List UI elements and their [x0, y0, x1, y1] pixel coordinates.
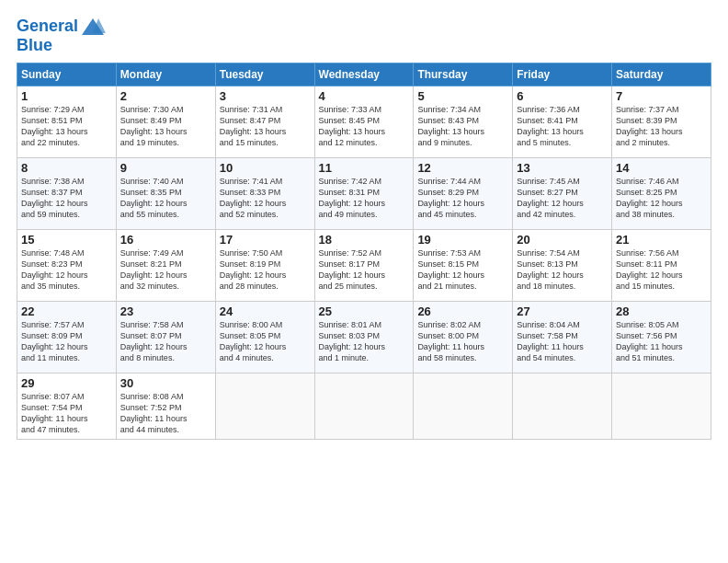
cell-info: Sunrise: 7:31 AMSunset: 8:47 PMDaylight:… — [220, 104, 311, 149]
day-number: 6 — [517, 89, 608, 103]
calendar-cell: 8Sunrise: 7:38 AMSunset: 8:37 PMDaylight… — [17, 157, 117, 229]
day-number: 1 — [21, 89, 112, 103]
logo-blue: Blue — [17, 37, 108, 55]
day-number: 15 — [21, 233, 112, 247]
calendar-cell: 4Sunrise: 7:33 AMSunset: 8:45 PMDaylight… — [314, 86, 414, 157]
day-number: 8 — [21, 161, 112, 175]
cell-info: Sunrise: 7:56 AMSunset: 8:11 PMDaylight:… — [616, 247, 707, 293]
cell-info: Sunrise: 7:36 AMSunset: 8:41 PMDaylight:… — [517, 104, 608, 149]
col-header-tuesday: Tuesday — [215, 63, 314, 86]
cell-info: Sunrise: 7:53 AMSunset: 8:15 PMDaylight:… — [417, 247, 508, 293]
col-header-thursday: Thursday — [414, 63, 513, 86]
calendar-cell: 17Sunrise: 7:50 AMSunset: 8:19 PMDayligh… — [215, 229, 314, 301]
day-number: 25 — [319, 304, 410, 318]
calendar-cell: 16Sunrise: 7:49 AMSunset: 8:21 PMDayligh… — [116, 229, 215, 301]
cell-info: Sunrise: 7:49 AMSunset: 8:21 PMDaylight:… — [120, 247, 211, 293]
calendar-cell: 1Sunrise: 7:29 AMSunset: 8:51 PMDaylight… — [17, 86, 117, 157]
calendar-cell: 2Sunrise: 7:30 AMSunset: 8:49 PMDaylight… — [116, 86, 215, 157]
cell-info: Sunrise: 7:46 AMSunset: 8:25 PMDaylight:… — [616, 176, 707, 221]
day-number: 5 — [417, 89, 508, 103]
cell-info: Sunrise: 8:05 AMSunset: 7:56 PMDaylight:… — [616, 319, 707, 364]
calendar-cell — [414, 373, 513, 439]
cell-info: Sunrise: 7:57 AMSunset: 8:09 PMDaylight:… — [21, 319, 112, 364]
day-number: 21 — [616, 233, 707, 247]
calendar-cell: 24Sunrise: 8:00 AMSunset: 8:05 PMDayligh… — [215, 301, 314, 373]
col-header-wednesday: Wednesday — [314, 63, 414, 86]
col-header-saturday: Saturday — [612, 63, 711, 86]
cell-info: Sunrise: 8:08 AMSunset: 7:52 PMDaylight:… — [120, 391, 211, 436]
calendar-cell: 6Sunrise: 7:36 AMSunset: 8:41 PMDaylight… — [513, 86, 612, 157]
calendar-cell — [215, 373, 314, 439]
cell-info: Sunrise: 7:45 AMSunset: 8:27 PMDaylight:… — [517, 176, 608, 221]
day-number: 7 — [616, 89, 707, 103]
calendar-cell: 26Sunrise: 8:02 AMSunset: 8:00 PMDayligh… — [414, 301, 513, 373]
col-header-monday: Monday — [116, 63, 215, 86]
day-number: 17 — [220, 233, 311, 247]
cell-info: Sunrise: 8:07 AMSunset: 7:54 PMDaylight:… — [21, 391, 112, 436]
day-number: 23 — [120, 304, 211, 318]
logo-text: General — [17, 17, 78, 36]
day-number: 27 — [517, 304, 608, 318]
day-number: 29 — [21, 376, 112, 390]
cell-info: Sunrise: 7:34 AMSunset: 8:43 PMDaylight:… — [417, 104, 508, 149]
calendar-cell: 30Sunrise: 8:08 AMSunset: 7:52 PMDayligh… — [116, 373, 215, 439]
cell-info: Sunrise: 8:01 AMSunset: 8:03 PMDaylight:… — [319, 319, 410, 364]
cell-info: Sunrise: 7:58 AMSunset: 8:07 PMDaylight:… — [120, 319, 211, 364]
calendar-cell: 11Sunrise: 7:42 AMSunset: 8:31 PMDayligh… — [314, 157, 414, 229]
day-number: 24 — [220, 304, 311, 318]
calendar-cell: 15Sunrise: 7:48 AMSunset: 8:23 PMDayligh… — [17, 229, 117, 301]
cell-info: Sunrise: 7:37 AMSunset: 8:39 PMDaylight:… — [616, 104, 707, 149]
header-row: SundayMondayTuesdayWednesdayThursdayFrid… — [17, 63, 711, 86]
day-number: 28 — [616, 304, 707, 318]
day-number: 22 — [21, 304, 112, 318]
day-number: 4 — [319, 89, 410, 103]
calendar-cell — [513, 373, 612, 439]
calendar-cell: 10Sunrise: 7:41 AMSunset: 8:33 PMDayligh… — [215, 157, 314, 229]
col-header-friday: Friday — [513, 63, 612, 86]
cell-info: Sunrise: 8:02 AMSunset: 8:00 PMDaylight:… — [417, 319, 508, 364]
calendar-cell: 13Sunrise: 7:45 AMSunset: 8:27 PMDayligh… — [513, 157, 612, 229]
calendar-cell: 12Sunrise: 7:44 AMSunset: 8:29 PMDayligh… — [414, 157, 513, 229]
calendar-cell: 28Sunrise: 8:05 AMSunset: 7:56 PMDayligh… — [612, 301, 711, 373]
header: General Blue — [17, 17, 711, 55]
day-number: 20 — [517, 233, 608, 247]
cell-info: Sunrise: 7:33 AMSunset: 8:45 PMDaylight:… — [319, 104, 410, 149]
calendar-cell: 14Sunrise: 7:46 AMSunset: 8:25 PMDayligh… — [612, 157, 711, 229]
cell-info: Sunrise: 8:04 AMSunset: 7:58 PMDaylight:… — [517, 319, 608, 364]
day-number: 13 — [517, 161, 608, 175]
day-number: 18 — [319, 233, 410, 247]
calendar-cell — [612, 373, 711, 439]
day-number: 2 — [120, 89, 211, 103]
logo: General Blue — [17, 17, 108, 55]
cell-info: Sunrise: 7:54 AMSunset: 8:13 PMDaylight:… — [517, 247, 608, 293]
calendar-cell: 22Sunrise: 7:57 AMSunset: 8:09 PMDayligh… — [17, 301, 117, 373]
cell-info: Sunrise: 7:30 AMSunset: 8:49 PMDaylight:… — [120, 104, 211, 149]
cell-info: Sunrise: 7:48 AMSunset: 8:23 PMDaylight:… — [21, 247, 112, 293]
day-number: 12 — [417, 161, 508, 175]
cell-info: Sunrise: 7:38 AMSunset: 8:37 PMDaylight:… — [21, 176, 112, 221]
day-number: 14 — [616, 161, 707, 175]
day-number: 3 — [220, 89, 311, 103]
day-number: 26 — [417, 304, 508, 318]
day-number: 11 — [319, 161, 410, 175]
cell-info: Sunrise: 7:52 AMSunset: 8:17 PMDaylight:… — [319, 247, 410, 293]
calendar-cell: 27Sunrise: 8:04 AMSunset: 7:58 PMDayligh… — [513, 301, 612, 373]
col-header-sunday: Sunday — [17, 63, 117, 86]
cell-info: Sunrise: 8:00 AMSunset: 8:05 PMDaylight:… — [220, 319, 311, 364]
day-number: 10 — [220, 161, 311, 175]
day-number: 9 — [120, 161, 211, 175]
logo-icon — [80, 17, 106, 37]
cell-info: Sunrise: 7:40 AMSunset: 8:35 PMDaylight:… — [120, 176, 211, 221]
cell-info: Sunrise: 7:29 AMSunset: 8:51 PMDaylight:… — [21, 104, 112, 149]
cell-info: Sunrise: 7:42 AMSunset: 8:31 PMDaylight:… — [319, 176, 410, 221]
calendar-cell: 25Sunrise: 8:01 AMSunset: 8:03 PMDayligh… — [314, 301, 414, 373]
calendar-cell: 20Sunrise: 7:54 AMSunset: 8:13 PMDayligh… — [513, 229, 612, 301]
calendar-cell: 9Sunrise: 7:40 AMSunset: 8:35 PMDaylight… — [116, 157, 215, 229]
calendar-cell: 21Sunrise: 7:56 AMSunset: 8:11 PMDayligh… — [612, 229, 711, 301]
page-container: General Blue SundayMondayTuesdayWednesda… — [0, 0, 728, 449]
cell-info: Sunrise: 7:44 AMSunset: 8:29 PMDaylight:… — [417, 176, 508, 221]
calendar-cell: 5Sunrise: 7:34 AMSunset: 8:43 PMDaylight… — [414, 86, 513, 157]
calendar-table: SundayMondayTuesdayWednesdayThursdayFrid… — [17, 63, 711, 440]
calendar-cell: 19Sunrise: 7:53 AMSunset: 8:15 PMDayligh… — [414, 229, 513, 301]
calendar-cell: 29Sunrise: 8:07 AMSunset: 7:54 PMDayligh… — [17, 373, 117, 439]
